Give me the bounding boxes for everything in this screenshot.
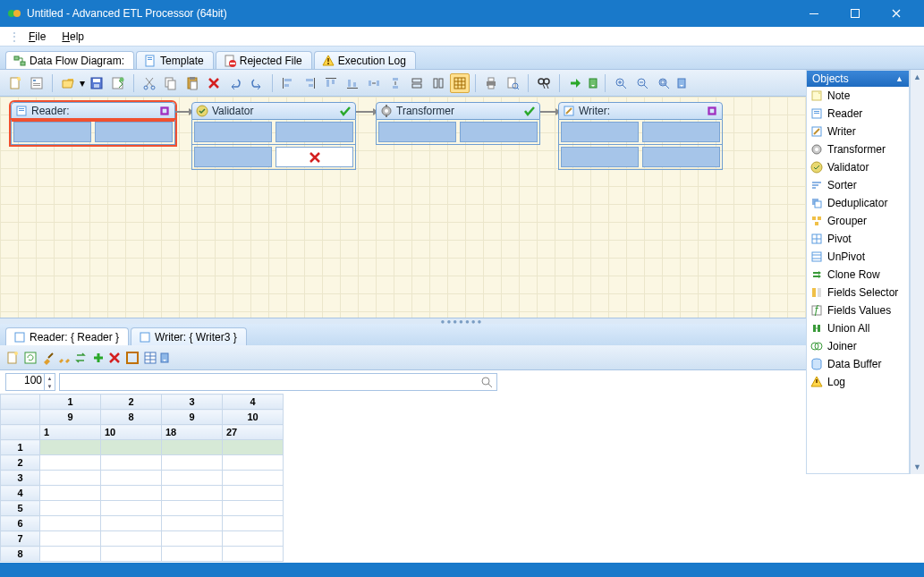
col-header[interactable]: 2 <box>101 395 162 410</box>
spin-down-icon[interactable]: ▼ <box>45 382 55 390</box>
properties-icon[interactable] <box>27 73 47 93</box>
align-left-icon[interactable] <box>278 73 298 93</box>
zoom-fit-icon[interactable] <box>654 73 674 93</box>
node-validator[interactable]: Validator <box>191 102 356 170</box>
preview-icon[interactable] <box>503 73 522 93</box>
tab-template[interactable]: Template <box>136 51 214 69</box>
zoom-dropdown-icon[interactable] <box>675 73 688 93</box>
data-label[interactable]: 1 <box>40 425 101 440</box>
zoom-out-icon[interactable] <box>632 73 652 93</box>
tab-rejected[interactable]: Rejected File <box>216 51 312 69</box>
col-subheader[interactable]: 10 <box>223 410 284 425</box>
object-item-unpivot[interactable]: UnPivot <box>807 248 909 266</box>
col-header[interactable]: 3 <box>162 395 223 410</box>
object-item-joiner[interactable]: Joiner <box>807 337 909 355</box>
objects-panel-header[interactable]: Objects ▲ <box>807 71 909 87</box>
object-item-fields-values[interactable]: ƒFields Values <box>807 301 909 319</box>
table-dropdown-icon[interactable] <box>159 351 172 365</box>
align-top-icon[interactable] <box>321 73 341 93</box>
diagram-canvas[interactable]: Reader: Validator Transformer <box>0 97 924 318</box>
paste-icon[interactable] <box>182 73 202 93</box>
row-header[interactable]: 8 <box>1 547 40 562</box>
col-header[interactable]: 1 <box>40 395 101 410</box>
data-label[interactable]: 27 <box>223 425 284 440</box>
menu-file[interactable]: File <box>21 29 53 45</box>
data-grid[interactable]: 1 2 3 4 9 8 9 10 1 10 18 27 1 2 3 4 <box>0 394 924 563</box>
new-icon[interactable] <box>5 73 25 93</box>
col-subheader[interactable]: 8 <box>101 410 162 425</box>
object-item-validator[interactable]: Validator <box>807 158 909 176</box>
tab-reader-data[interactable]: Reader: { Reader } <box>5 327 129 345</box>
scroll-up-icon[interactable]: ▲ <box>911 70 924 84</box>
cut-icon[interactable] <box>140 73 159 93</box>
object-item-transformer[interactable]: Transformer <box>807 140 909 158</box>
object-item-note[interactable]: Note <box>807 87 909 105</box>
object-item-union-all[interactable]: Union All <box>807 319 909 337</box>
col-subheader[interactable]: 9 <box>40 410 101 425</box>
scroll-down-icon[interactable]: ▼ <box>911 460 924 474</box>
zoom-in-icon[interactable] <box>611 73 631 93</box>
minimize-button[interactable] <box>793 0 835 27</box>
remove-icon[interactable] <box>107 351 122 365</box>
table-icon[interactable] <box>143 351 157 365</box>
collapse-icon[interactable]: ▲ <box>895 74 903 83</box>
snap-grid-icon[interactable] <box>450 73 470 93</box>
print-icon[interactable] <box>481 73 501 93</box>
objects-scrollbar[interactable]: ▲ ▼ <box>910 70 924 474</box>
new-icon[interactable] <box>5 351 20 365</box>
run-dropdown-icon[interactable] <box>587 73 599 93</box>
refresh-icon[interactable] <box>23 351 38 365</box>
data-label[interactable]: 10 <box>101 425 162 440</box>
node-reader[interactable]: Reader: <box>11 102 175 145</box>
space-horiz-icon[interactable] <box>364 73 384 93</box>
data-label[interactable]: 18 <box>162 425 223 440</box>
object-item-pivot[interactable]: Pivot <box>807 230 909 248</box>
open-icon[interactable] <box>58 73 78 93</box>
tab-execution-log[interactable]: Execution Log <box>314 51 416 69</box>
search-input[interactable] <box>59 373 497 391</box>
row-header[interactable]: 1 <box>1 440 40 455</box>
redo-icon[interactable] <box>247 73 267 93</box>
align-right-icon[interactable] <box>300 73 319 93</box>
object-item-reader[interactable]: Reader <box>807 105 909 123</box>
row-header[interactable]: 4 <box>1 486 40 501</box>
space-vert-icon[interactable] <box>386 73 405 93</box>
save-as-icon[interactable] <box>108 73 128 93</box>
object-item-clone-row[interactable]: Clone Row <box>807 266 909 284</box>
brush-copy-icon[interactable] <box>57 351 72 365</box>
grid-view-icon[interactable] <box>125 351 140 365</box>
brush-icon[interactable] <box>41 351 55 365</box>
undo-icon[interactable] <box>225 73 245 93</box>
delete-icon[interactable] <box>204 73 224 93</box>
node-transformer[interactable]: Transformer <box>376 102 540 145</box>
object-item-log[interactable]: Log <box>807 373 909 391</box>
col-subheader[interactable]: 9 <box>162 410 223 425</box>
tab-writer-data[interactable]: Writer: { Writer3 } <box>131 327 247 345</box>
col-header[interactable]: 4 <box>223 395 284 410</box>
close-button[interactable] <box>876 0 917 27</box>
save-icon[interactable] <box>87 73 106 93</box>
object-item-grouper[interactable]: Grouper <box>807 212 909 230</box>
object-item-writer[interactable]: Writer <box>807 123 909 140</box>
row-header[interactable]: 7 <box>1 531 40 547</box>
row-header[interactable]: 2 <box>1 455 40 471</box>
object-item-sorter[interactable]: Sorter <box>807 176 909 194</box>
menu-help[interactable]: Help <box>55 29 91 45</box>
object-item-fields-selector[interactable]: Fields Selector <box>807 284 909 301</box>
row-count-input[interactable]: 100 ▲▼ <box>5 373 55 391</box>
row-header[interactable]: 6 <box>1 516 40 531</box>
maximize-button[interactable] <box>835 0 876 27</box>
swap-icon[interactable] <box>73 351 88 365</box>
spin-up-icon[interactable]: ▲ <box>45 374 55 382</box>
same-height-icon[interactable] <box>428 73 448 93</box>
same-width-icon[interactable] <box>407 73 427 93</box>
row-header[interactable]: 5 <box>1 501 40 516</box>
open-dropdown[interactable]: ▾ <box>80 73 85 93</box>
run-icon[interactable] <box>565 73 585 93</box>
copy-icon[interactable] <box>161 73 181 93</box>
find-icon[interactable] <box>534 73 554 93</box>
object-item-data-buffer[interactable]: Data Buffer <box>807 355 909 373</box>
row-header[interactable]: 3 <box>1 471 40 486</box>
align-bottom-icon[interactable] <box>343 73 362 93</box>
node-writer[interactable]: Writer: <box>558 102 723 170</box>
